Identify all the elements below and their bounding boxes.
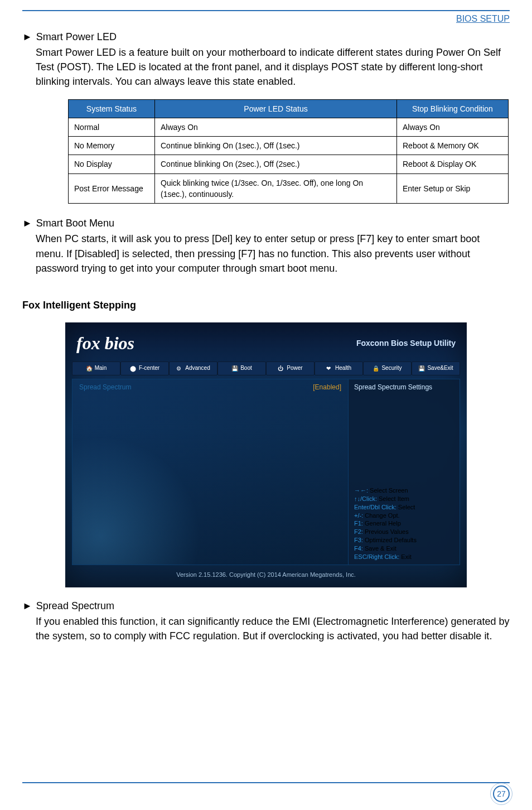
cell: Continue blinking On (1sec.), Off (1sec.… <box>155 137 397 155</box>
bios-tab-bar: 🏠Main ⬤F-center ⚙Advanced 💾Boot ⏻Power ❤… <box>65 361 467 375</box>
cell: Normal <box>69 118 155 136</box>
key-desc: General Help <box>363 520 401 527</box>
bios-side-panel: Spread Spectrum Settings →←: Select Scre… <box>349 379 460 565</box>
bios-tab-saveexit[interactable]: 💾Save&Exit <box>412 361 460 375</box>
power-led-table: System Status Power LED Status Stop Blin… <box>68 99 509 204</box>
key-hint: F2: <box>354 528 363 535</box>
heading-text: Spread Spectrum <box>36 600 114 611</box>
bios-tab-health[interactable]: ❤Health <box>315 361 363 375</box>
key-hint: F3: <box>354 537 363 543</box>
cell: Continue blinking On (2sec.), Off (2sec.… <box>155 155 397 173</box>
arrow-icon: ► <box>22 31 32 42</box>
key-hint: Enter/Dbl Click: <box>354 504 396 510</box>
table-row: Post Error Message Quick blinking twice … <box>69 173 509 204</box>
table-row: No Memory Continue blinking On (1sec.), … <box>69 137 509 155</box>
th-system-status: System Status <box>69 99 155 118</box>
key-hint: +/-: <box>354 512 363 519</box>
cell: Enter Setup or Skip <box>397 173 509 204</box>
bios-help-text: Spread Spectrum Settings <box>354 383 454 392</box>
smart-power-led-desc: Smart Power LED is a feature built on yo… <box>36 45 510 89</box>
tab-label: F-center <box>139 364 159 373</box>
power-icon: ⏻ <box>278 365 284 372</box>
bios-main-panel: Spread Spectrum [Enabled] <box>72 379 349 565</box>
bios-tab-main[interactable]: 🏠Main <box>72 361 120 375</box>
heading-text: Smart Boot Menu <box>36 218 114 229</box>
key-hint: ↑↓/Click: <box>354 495 377 502</box>
tab-label: Advanced <box>185 364 210 373</box>
tab-label: Main <box>95 364 107 373</box>
key-desc: Select <box>396 504 415 510</box>
key-hint: →←: <box>354 487 368 494</box>
cell: Always On <box>155 118 397 136</box>
cell: Reboot & Display OK <box>397 155 509 173</box>
bios-option-spread-spectrum[interactable]: Spread Spectrum <box>79 383 131 392</box>
key-hint: ESC/Right Click: <box>354 553 399 560</box>
heading-text: Smart Power LED <box>36 31 117 42</box>
spread-spectrum-heading: ► Spread Spectrum <box>22 599 510 613</box>
bios-version-footer: Version 2.15.1236. Copyright (C) 2014 Am… <box>65 571 467 580</box>
center-icon: ⬤ <box>130 365 137 372</box>
smart-boot-menu-heading: ► Smart Boot Menu <box>22 216 510 230</box>
tab-label: Boot <box>240 364 252 373</box>
bios-tab-advanced[interactable]: ⚙Advanced <box>169 361 217 375</box>
smart-power-led-heading: ► Smart Power LED <box>22 30 510 44</box>
table-row: No Display Continue blinking On (2sec.),… <box>69 155 509 173</box>
boot-icon: 💾 <box>231 365 238 372</box>
th-power-led-status: Power LED Status <box>155 99 397 118</box>
table-row: Normal Always On Always On <box>69 118 509 136</box>
bios-utility-title: Foxconn Bios Setup Utility <box>356 338 456 349</box>
arrow-icon: ► <box>22 600 32 611</box>
key-desc: Previous Values <box>363 528 409 535</box>
cell: Always On <box>397 118 509 136</box>
cell: Post Error Message <box>69 173 155 204</box>
bios-tab-fcenter[interactable]: ⬤F-center <box>120 361 169 375</box>
tab-label: Health <box>335 364 351 373</box>
bios-screenshot: fox bios Foxconn Bios Setup Utility 🏠Mai… <box>65 322 467 587</box>
save-icon: 💾 <box>418 365 425 372</box>
fox-intelligent-stepping-heading: Fox Intelligent Stepping <box>22 298 510 312</box>
advanced-icon: ⚙ <box>176 365 183 372</box>
bios-key-legend: →←: Select Screen ↑↓/Click: Select Item … <box>354 486 454 561</box>
arrow-icon: ► <box>22 218 32 229</box>
tab-label: Security <box>381 364 402 373</box>
lock-icon: 🔒 <box>373 365 379 372</box>
cell: No Memory <box>69 137 155 155</box>
cell: No Display <box>69 155 155 173</box>
cell: Reboot & Memory OK <box>397 137 509 155</box>
key-desc: Exit <box>399 553 411 560</box>
key-desc: Select Screen <box>368 487 408 494</box>
footer-rule <box>22 782 510 783</box>
smart-boot-menu-desc: When PC starts, it will ask you to press… <box>36 232 510 275</box>
tab-label: Power <box>287 364 302 373</box>
key-desc: Optimized Defaults <box>363 537 417 543</box>
health-icon: ❤ <box>326 365 333 372</box>
page-number-badge: 27 <box>493 785 510 802</box>
key-desc: Save & Exit <box>363 545 396 552</box>
key-hint: F4: <box>354 545 363 552</box>
bios-logo: fox bios <box>76 330 134 356</box>
header-section-link: BIOS SETUP <box>22 10 510 25</box>
spread-spectrum-desc: If you enabled this function, it can sig… <box>36 614 510 643</box>
key-hint: F1: <box>354 520 363 527</box>
cell: Quick blinking twice (1/3sec. On, 1/3sec… <box>155 173 397 204</box>
bios-tab-boot[interactable]: 💾Boot <box>217 361 266 375</box>
th-stop-condition: Stop Blinking Condition <box>397 99 509 118</box>
key-desc: Change Opt. <box>363 512 399 519</box>
bios-tab-power[interactable]: ⏻Power <box>266 361 315 375</box>
bios-option-value[interactable]: [Enabled] <box>313 383 341 392</box>
bios-tab-security[interactable]: 🔒Security <box>363 361 412 375</box>
tab-label: Save&Exit <box>427 364 453 373</box>
home-icon: 🏠 <box>86 365 93 372</box>
key-desc: Select Item <box>377 495 409 502</box>
